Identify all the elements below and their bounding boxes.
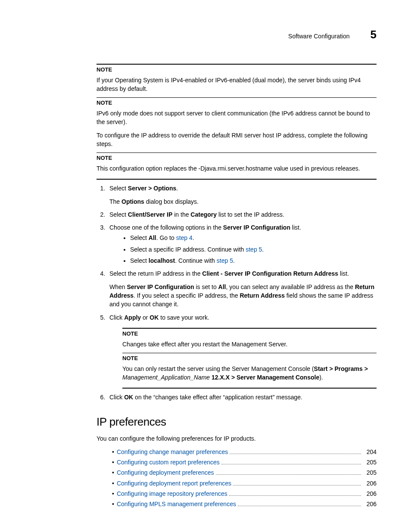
toc-item: Configuring image repository preferences… bbox=[112, 489, 377, 498]
leader-dots bbox=[221, 458, 361, 464]
step-text: Click OK on the “changes take effect aft… bbox=[109, 394, 302, 401]
note-label: NOTE bbox=[122, 355, 377, 363]
step-item: Select Client/Server IP in the Category … bbox=[107, 210, 377, 219]
step-item: Select the return IP address in the Clie… bbox=[107, 269, 377, 308]
divider bbox=[122, 353, 377, 353]
header-section-title: Software Configuration bbox=[288, 32, 349, 40]
note-text: You can only restart the server using th… bbox=[122, 364, 377, 382]
leader-dots bbox=[229, 490, 361, 496]
divider bbox=[97, 179, 377, 180]
step-item: Click OK on the “changes take effect aft… bbox=[107, 393, 377, 401]
step-subtext: When Server IP Configuration is set to A… bbox=[109, 283, 377, 309]
leader-dots bbox=[216, 469, 361, 475]
leader-dots bbox=[238, 501, 361, 507]
bullet-icon bbox=[112, 500, 117, 508]
divider bbox=[97, 152, 377, 153]
toc-page-number: 204 bbox=[364, 448, 377, 456]
bullet-icon bbox=[112, 458, 117, 467]
toc-item: Configuring deployment preferences205 bbox=[112, 468, 377, 477]
toc-item: Configuring deployment report preference… bbox=[112, 479, 377, 488]
note-label: NOTE bbox=[97, 154, 377, 162]
link-step5[interactable]: step 5 bbox=[217, 257, 233, 264]
note-text: If your Operating System is IPv4-enabled… bbox=[97, 76, 377, 93]
step-text: Select the return IP address in the Clie… bbox=[109, 270, 349, 277]
step-text: Choose one of the following options in t… bbox=[109, 224, 301, 231]
bullet-icon bbox=[112, 468, 117, 477]
page-header: Software Configuration 5 bbox=[97, 27, 377, 43]
list-item: Select localhost. Continue with step 5. bbox=[130, 256, 377, 265]
bullet-list: Select All. Go to step 4. Select a speci… bbox=[109, 233, 377, 265]
section-intro: You can configure the following preferen… bbox=[97, 434, 377, 443]
note-text: IPv6 only mode does not support server t… bbox=[97, 109, 377, 127]
note-label: NOTE bbox=[97, 66, 377, 74]
toc-list: Configuring change manager preferences20… bbox=[97, 448, 377, 509]
note-text: Changes take effect after you restart th… bbox=[122, 340, 377, 348]
intro-paragraph: To configure the IP address to override … bbox=[97, 131, 377, 149]
list-item: Select a specific IP address. Continue w… bbox=[130, 245, 377, 254]
toc-item: Configuring custom report preferences205 bbox=[112, 458, 377, 467]
toc-link[interactable]: Configuring change manager preferences bbox=[117, 448, 228, 456]
divider bbox=[97, 64, 377, 65]
toc-item: Configuring MPLS management preferences2… bbox=[112, 500, 377, 508]
inner-note-block: NOTE Changes take effect after you resta… bbox=[122, 328, 377, 389]
toc-link[interactable]: Configuring MPLS management preferences bbox=[117, 500, 236, 508]
chapter-number: 5 bbox=[371, 27, 377, 43]
step-text: Click Apply or OK to save your work. bbox=[109, 314, 209, 321]
toc-item: Configuring change manager preferences20… bbox=[112, 448, 377, 456]
toc-link[interactable]: Configuring image repository preferences bbox=[117, 489, 227, 498]
leader-dots bbox=[230, 448, 361, 454]
toc-link[interactable]: Configuring deployment report preference… bbox=[117, 479, 231, 488]
toc-link[interactable]: Configuring custom report preferences bbox=[117, 458, 220, 467]
toc-page-number: 206 bbox=[364, 479, 377, 488]
step-item: Select Server > Options. The Options dia… bbox=[107, 184, 377, 206]
step-text: Select Client/Server IP in the Category … bbox=[109, 211, 284, 218]
link-step5[interactable]: step 5 bbox=[246, 246, 262, 253]
toc-page-number: 206 bbox=[364, 489, 377, 498]
document-page: Software Configuration 5 NOTE If your Op… bbox=[0, 0, 411, 532]
step-item: Choose one of the following options in t… bbox=[107, 223, 377, 265]
step-item: Click Apply or OK to save your work. NOT… bbox=[107, 313, 377, 389]
bullet-icon bbox=[112, 479, 117, 488]
ordered-steps: Select Server > Options. The Options dia… bbox=[97, 184, 377, 401]
list-item: Select All. Go to step 4. bbox=[130, 233, 377, 242]
divider bbox=[97, 97, 377, 98]
toc-link[interactable]: Configuring deployment preferences bbox=[117, 468, 214, 477]
toc-page-number: 205 bbox=[364, 458, 377, 467]
note-label: NOTE bbox=[97, 99, 377, 107]
divider bbox=[122, 388, 377, 389]
note-text: This configuration option replaces the -… bbox=[97, 164, 377, 173]
toc-page-number: 205 bbox=[364, 468, 377, 477]
divider bbox=[122, 328, 377, 329]
toc-page-number: 206 bbox=[364, 500, 377, 508]
leader-dots bbox=[233, 479, 361, 485]
section-heading: IP preferences bbox=[97, 414, 377, 430]
bullet-icon bbox=[112, 489, 117, 498]
step-subtext: The Options dialog box displays. bbox=[109, 197, 377, 206]
bullet-icon bbox=[112, 448, 117, 456]
step-text: Select Server > Options. bbox=[109, 185, 178, 192]
note-label: NOTE bbox=[122, 330, 377, 338]
link-step4[interactable]: step 4 bbox=[176, 234, 193, 241]
